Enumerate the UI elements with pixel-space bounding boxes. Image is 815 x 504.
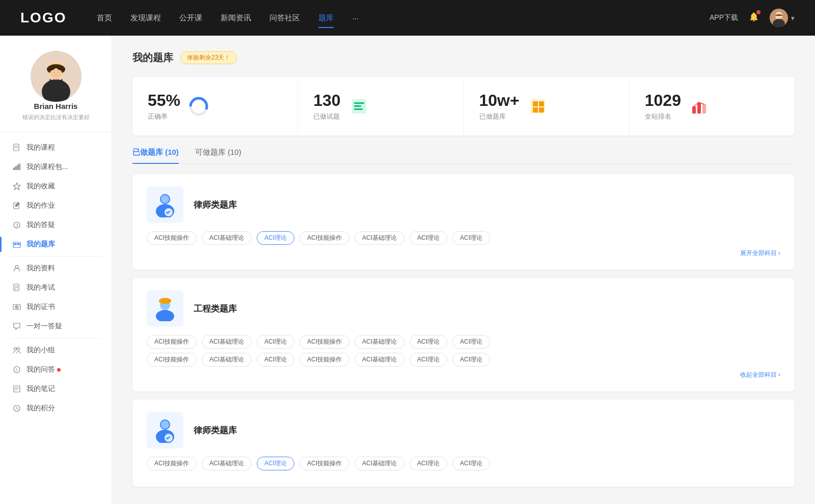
group-icon: [12, 346, 21, 355]
qa-notification-dot: [57, 368, 61, 372]
menu-label-favorites: 我的收藏: [26, 182, 55, 191]
score-icon: [12, 404, 21, 413]
user-avatar-menu[interactable]: ▾: [770, 9, 795, 27]
tag-2b-6[interactable]: ACI理论: [452, 353, 490, 367]
sidebar-item-exam[interactable]: 我的考试: [0, 278, 112, 297]
stat-banks-label: 已做题库: [479, 112, 520, 121]
tag-3-0[interactable]: ACI技能操作: [147, 457, 197, 470]
tag-1-5[interactable]: ACI理论: [410, 231, 447, 245]
avatar-img: [770, 9, 788, 27]
menu-label-profile: 我的资料: [26, 264, 55, 273]
sidebar-item-notes[interactable]: 我的笔记: [0, 379, 112, 399]
tag-1-3[interactable]: ACI技能操作: [300, 231, 349, 245]
logo[interactable]: LOGO: [20, 10, 66, 26]
main-nav: 首页 发现课程 公开课 新闻资讯 问答社区 题库 ···: [97, 11, 710, 25]
stats-row: 55% 正确率 130 已做试题: [132, 77, 795, 135]
qa-icon: ?: [12, 365, 21, 374]
tag-1-0[interactable]: ACI技能操作: [147, 231, 197, 245]
tab-done[interactable]: 已做题库 (10): [132, 148, 179, 163]
tag-2a-3[interactable]: ACI技能操作: [300, 335, 349, 349]
expand-link-1[interactable]: 展开全部科目 ›: [147, 249, 780, 258]
doc-icon: [12, 283, 21, 292]
menu-label-exam: 我的考试: [26, 283, 55, 292]
app-download-button[interactable]: APP下载: [710, 13, 738, 22]
tag-1-1[interactable]: ACI基础理论: [202, 231, 252, 245]
sidebar-item-points[interactable]: 我的积分: [0, 399, 112, 418]
list-chart-icon: [350, 97, 368, 116]
svg-rect-41: [533, 107, 538, 113]
sidebar-item-cert[interactable]: 我的证书: [0, 297, 112, 317]
svg-rect-54: [159, 300, 171, 302]
notification-bell[interactable]: [748, 11, 759, 24]
tag-2b-4[interactable]: ACI基础理论: [355, 353, 404, 367]
tag-2a-5[interactable]: ACI理论: [410, 335, 447, 349]
tag-2b-1[interactable]: ACI基础理论: [202, 353, 252, 367]
tag-1-6[interactable]: ACI理论: [452, 231, 490, 245]
tag-2b-5[interactable]: ACI理论: [410, 353, 447, 367]
sidebar-item-qbank[interactable]: 我的题库: [0, 235, 112, 254]
stat-rank: 1029 全站排名: [630, 77, 795, 135]
sidebar-item-answers[interactable]: 我的答疑: [0, 215, 112, 235]
nav-discover[interactable]: 发现课程: [130, 11, 161, 25]
tag-3-2[interactable]: ACI理论: [257, 457, 294, 470]
stat-banks-value: 10w+: [479, 91, 520, 110]
tag-2a-2[interactable]: ACI理论: [257, 335, 294, 349]
tag-2a-4[interactable]: ACI基础理论: [355, 335, 404, 349]
tag-1-2[interactable]: ACI理论: [257, 231, 294, 245]
nav-home[interactable]: 首页: [97, 11, 112, 25]
sidebar-item-profile[interactable]: 我的资料: [0, 259, 112, 278]
sidebar-item-course-package[interactable]: 我的课程包...: [0, 157, 112, 177]
nav-qa[interactable]: 问答社区: [269, 11, 300, 25]
trial-badge: 体验剩余23天！: [180, 51, 237, 64]
tag-3-6[interactable]: ACI理论: [452, 457, 490, 470]
tag-2a-6[interactable]: ACI理论: [452, 335, 490, 349]
sidebar-item-my-qa[interactable]: ? 我的问答: [0, 360, 112, 379]
tag-3-5[interactable]: ACI理论: [410, 457, 447, 470]
tag-2b-0[interactable]: ACI技能操作: [147, 353, 197, 367]
stat-accuracy-text: 55% 正确率: [148, 91, 180, 121]
qbank-card-lawyer-2: 律师类题库 ACI技能操作 ACI基础理论 ACI理论 ACI技能操作 ACI基…: [132, 400, 795, 487]
svg-rect-43: [692, 106, 696, 114]
svg-point-58: [161, 421, 169, 429]
qbank-icon-lawyer-2: [147, 412, 183, 449]
qbank-icon-engineer: [147, 290, 183, 327]
stat-rank-text: 1029 全站排名: [645, 91, 681, 121]
tag-3-1[interactable]: ACI基础理论: [202, 457, 252, 470]
tag-2b-3[interactable]: ACI技能操作: [300, 353, 349, 367]
chat-icon: [12, 322, 21, 331]
stat-banks: 10w+ 已做题库: [464, 77, 630, 135]
tag-1-4[interactable]: ACI基础理论: [355, 231, 404, 245]
nav-open-course[interactable]: 公开课: [179, 11, 202, 25]
lawyer-avatar-2: [152, 417, 178, 443]
tag-2a-1[interactable]: ACI基础理论: [202, 335, 252, 349]
profile-name: Brian Harris: [34, 102, 78, 110]
sidebar-item-favorites[interactable]: 我的收藏: [0, 177, 112, 196]
tab-todo[interactable]: 可做题库 (10): [195, 148, 241, 163]
notification-dot: [756, 10, 760, 14]
tag-3-4[interactable]: ACI基础理论: [355, 457, 404, 470]
nav-news[interactable]: 新闻资讯: [221, 11, 251, 25]
svg-rect-35: [354, 102, 364, 104]
sidebar-profile: Brian Harris 错误的决定比没有决定要好: [0, 51, 112, 132]
qbank-title-1: 律师类题库: [194, 199, 237, 211]
tag-3-3[interactable]: ACI技能操作: [300, 457, 349, 470]
menu-label-homework: 我的作业: [26, 201, 55, 210]
svg-point-26: [14, 348, 17, 350]
svg-text:?: ?: [15, 368, 18, 373]
sidebar-item-courses[interactable]: 我的课程: [0, 138, 112, 157]
engineer-avatar: [152, 296, 178, 321]
sidebar-item-group[interactable]: 我的小组: [0, 341, 112, 360]
tag-2a-0[interactable]: ACI技能操作: [147, 335, 197, 349]
nav-more[interactable]: ···: [352, 12, 359, 24]
sidebar-item-one-on-one[interactable]: 一对一答疑: [0, 317, 112, 336]
nav-qbank[interactable]: 题库: [318, 11, 334, 25]
tag-2b-2[interactable]: ACI理论: [257, 353, 294, 367]
svg-rect-36: [354, 105, 361, 107]
collapse-link-2[interactable]: 收起全部科目 ›: [147, 371, 780, 379]
sidebar-item-homework[interactable]: 我的作业: [0, 196, 112, 215]
bar-icon: [12, 162, 21, 172]
menu-label-one-on-one: 一对一答疑: [26, 322, 62, 331]
qbank-card-header-3: 律师类题库: [147, 412, 780, 449]
user-avatar: [770, 9, 788, 27]
profile-motto: 错误的决定比没有决定要好: [22, 114, 90, 121]
